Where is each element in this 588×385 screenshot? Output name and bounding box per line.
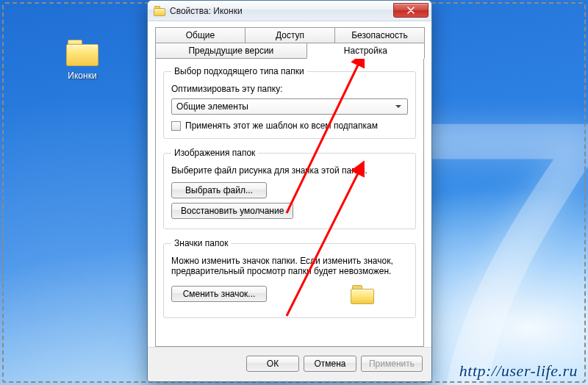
group-folder-type-legend: Выбор подходящего типа папки xyxy=(171,66,307,76)
window-title: Свойства: Иконки xyxy=(170,6,389,16)
chevron-down-icon xyxy=(395,105,401,108)
tab-panel-customize: Выбор подходящего типа папки Оптимизиров… xyxy=(155,59,424,347)
group-folder-icons: Значки папок Можно изменить значок папки… xyxy=(163,238,416,318)
apply-subfolders-label: Применять этот же шаблон ко всем подпапк… xyxy=(185,120,378,131)
dialog-footer: ОК Отмена Применить xyxy=(148,347,431,381)
optimize-label: Оптимизировать эту папку: xyxy=(171,84,408,94)
folder-icons-desc: Можно изменить значок папки. Если измени… xyxy=(171,256,408,276)
folder-icon xyxy=(154,6,165,16)
choose-file-button[interactable]: Выбрать файл... xyxy=(171,182,267,198)
folder-icon-preview xyxy=(351,285,374,304)
tab-previous-versions[interactable]: Предыдущие версии xyxy=(155,43,307,59)
restore-default-button[interactable]: Восстановить умолчание xyxy=(171,203,293,219)
change-icon-button[interactable]: Сменить значок... xyxy=(171,286,267,302)
optimize-combo[interactable]: Общие элементы xyxy=(171,98,408,115)
watermark: http://user-life.ru xyxy=(459,361,578,381)
group-folder-images-legend: Изображения папок xyxy=(171,148,258,158)
folder-images-desc: Выберите файл рисунка для значка этой па… xyxy=(171,165,408,176)
tab-security[interactable]: Безопасность xyxy=(334,27,425,43)
ok-button[interactable]: ОК xyxy=(246,356,299,372)
group-folder-type: Выбор подходящего типа папки Оптимизиров… xyxy=(163,66,416,139)
apply-subfolders-checkbox[interactable] xyxy=(171,121,181,131)
desktop-folder-shortcut[interactable]: Иконки xyxy=(54,38,110,81)
folder-icon xyxy=(65,38,100,68)
desktop-folder-label: Иконки xyxy=(54,71,110,81)
cancel-button[interactable]: Отмена xyxy=(304,356,356,372)
group-folder-images: Изображения папок Выберите файл рисунка … xyxy=(163,148,416,229)
titlebar[interactable]: Свойства: Иконки xyxy=(148,1,431,21)
properties-dialog: Свойства: Иконки Общие Доступ Безопаснос… xyxy=(147,0,432,382)
tab-strip: Общие Доступ Безопасность Предыдущие вер… xyxy=(148,21,431,59)
tab-customize[interactable]: Настройка xyxy=(306,43,425,59)
optimize-combo-value: Общие элементы xyxy=(176,101,248,112)
apply-button[interactable]: Применить xyxy=(361,356,423,372)
group-folder-icons-legend: Значки папок xyxy=(171,238,231,248)
close-button[interactable] xyxy=(393,3,429,18)
tab-sharing[interactable]: Доступ xyxy=(245,27,335,43)
tab-general[interactable]: Общие xyxy=(155,27,245,43)
close-icon xyxy=(407,7,415,14)
